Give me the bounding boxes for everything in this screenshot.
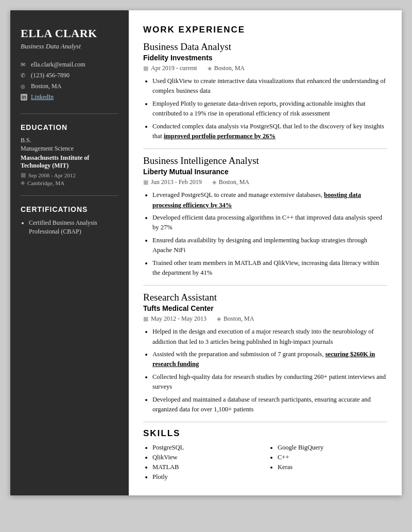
job-3-bullet-3: Collected high-quality data for research…: [152, 372, 387, 392]
job-3-dates-text: May 2012 - May 2013: [151, 315, 207, 323]
edu-cal-icon: [21, 172, 26, 178]
location-text: Boston, MA: [31, 82, 61, 90]
job-3: Research Assistant Tufts Medical Center …: [143, 292, 387, 414]
edu-location: Cambridge, MA: [21, 179, 118, 186]
job-1-pin-icon: [208, 64, 212, 72]
edu-dates: Sep 2008 - Apr 2012: [21, 172, 118, 178]
edu-school: Massachusetts Institute of Technology (M…: [21, 154, 118, 170]
edu-degree: B.S.: [21, 137, 118, 144]
edu-field: Management Science: [21, 145, 118, 153]
edu-pin-icon: [21, 179, 25, 186]
contact-location: Boston, MA: [21, 82, 118, 90]
phone-text: (123) 456-7890: [31, 72, 70, 79]
job-2-dates-text: Jun 2013 - Feb 2019: [151, 178, 202, 186]
linkedin-icon: [21, 94, 28, 100]
job-2-meta: Jun 2013 - Feb 2019 Boston, MA: [143, 178, 387, 186]
edu-location-text: Cambridge, MA: [27, 180, 64, 186]
skill-5: Google BigQuery: [278, 444, 387, 452]
job-3-dates: May 2012 - May 2013: [143, 315, 207, 323]
skills-list: PostgreSQL QlikView MATLAB Plotly Google…: [143, 444, 387, 481]
main-content: WORK EXPERIENCE Business Data Analyst Fi…: [129, 10, 402, 495]
linkedin-link[interactable]: LinkedIn: [31, 93, 54, 101]
job-3-bullet-2: Assisted with the preparation and submis…: [152, 350, 387, 370]
job-1-dates: Apr 2019 - current: [143, 64, 197, 72]
skill-7: Keras: [278, 463, 387, 471]
job-1-dates-text: Apr 2019 - current: [151, 64, 197, 72]
certifications-title: CERTIFICATIONS: [21, 205, 118, 213]
job-2-bullet-2: Developed efficient data processing algo…: [152, 213, 387, 233]
job-1-location-text: Boston, MA: [214, 64, 245, 72]
sidebar-divider-2: [21, 195, 118, 196]
job-1-bullet-3: Conducted complex data analysis via Post…: [152, 122, 387, 142]
job-1-meta: Apr 2019 - current Boston, MA: [143, 64, 387, 72]
job-2-location: Boston, MA: [212, 178, 249, 186]
job-1-location: Boston, MA: [208, 64, 245, 72]
job-2-pin-icon: [212, 178, 216, 186]
contact-section: ella.clark@email.com (123) 456-7890 Bost…: [21, 61, 118, 101]
job-3-bullet-1: Helped in the design and execution of a …: [152, 327, 387, 347]
job-3-bullets: Helped in the design and execution of a …: [143, 327, 387, 414]
job-3-company: Tufts Medical Center: [143, 304, 387, 312]
skills-title: SKILLS: [143, 428, 387, 439]
candidate-name: ELLA CLARK: [21, 27, 118, 40]
skill-6: C++: [278, 454, 387, 461]
job-2-bullet-1-link: boosting data processing efficiency by 3…: [152, 191, 361, 208]
job-2-bullet-4: Trained other team members in MATLAB and…: [152, 258, 387, 278]
job-3-title: Research Assistant: [143, 292, 387, 303]
cert-item-1: Certified Business Analysis Professional…: [29, 219, 118, 236]
resume-wrapper: ELLA CLARK Business Data Analyst ella.cl…: [10, 10, 402, 495]
contact-email: ella.clark@email.com: [21, 61, 118, 69]
job-1-bullet-1: Used QlikView to create interactive data…: [152, 76, 387, 96]
job-2-cal-icon: [143, 178, 148, 186]
sidebar-divider-1: [21, 113, 118, 114]
email-icon: [21, 61, 28, 68]
sidebar: ELLA CLARK Business Data Analyst ella.cl…: [10, 10, 129, 495]
education-title: EDUCATION: [21, 123, 118, 131]
location-icon: [21, 83, 28, 89]
skill-1: PostgreSQL: [152, 444, 262, 452]
job-2-bullet-1: Leveraged PostgreSQL to create and manag…: [152, 190, 387, 210]
job-1-bullets: Used QlikView to create interactive data…: [143, 76, 387, 141]
edu-dates-text: Sep 2008 - Apr 2012: [28, 172, 76, 178]
divider-3: [143, 422, 387, 422]
job-3-pin-icon: [217, 315, 221, 323]
job-2-location-text: Boston, MA: [219, 178, 249, 186]
job-2-company: Liberty Mutual Insurance: [143, 168, 387, 176]
work-experience-title: WORK EXPERIENCE: [143, 25, 387, 35]
job-3-location: Boston, MA: [217, 315, 254, 323]
job-2-title: Business Intelligence Analyst: [143, 155, 387, 167]
job-1-cal-icon: [143, 64, 148, 72]
candidate-title: Business Data Analyst: [21, 42, 118, 51]
job-3-meta: May 2012 - May 2013 Boston, MA: [143, 315, 387, 323]
job-3-bullet-4: Developed and maintained a database of r…: [152, 395, 387, 415]
job-1-title: Business Data Analyst: [143, 41, 387, 53]
job-2: Business Intelligence Analyst Liberty Mu…: [143, 155, 387, 278]
skill-2: QlikView: [152, 454, 262, 461]
job-3-location-text: Boston, MA: [224, 315, 254, 323]
certifications-list: Certified Business Analysis Professional…: [21, 219, 118, 236]
job-1-bullet-2: Employed Plotly to generate data-driven …: [152, 99, 387, 119]
email-text: ella.clark@email.com: [31, 61, 85, 69]
skill-3: MATLAB: [152, 463, 262, 471]
divider-2: [143, 285, 387, 286]
phone-icon: [21, 72, 28, 79]
job-2-dates: Jun 2013 - Feb 2019: [143, 178, 202, 186]
job-3-cal-icon: [143, 315, 148, 323]
skill-4: Plotly: [152, 473, 262, 481]
contact-linkedin: LinkedIn: [21, 93, 118, 101]
divider-1: [143, 148, 387, 149]
job-2-bullet-3: Ensured data availability by designing a…: [152, 236, 387, 256]
job-1-bullet-3-link: improved portfolio performance by 26%: [164, 132, 276, 140]
job-3-bullet-2-link: securing $260K in research funding: [152, 351, 375, 368]
job-2-bullets: Leveraged PostgreSQL to create and manag…: [143, 190, 387, 278]
job-1: Business Data Analyst Fidelity Investmen…: [143, 41, 387, 141]
contact-phone: (123) 456-7890: [21, 72, 118, 79]
job-1-company: Fidelity Investments: [143, 54, 387, 62]
